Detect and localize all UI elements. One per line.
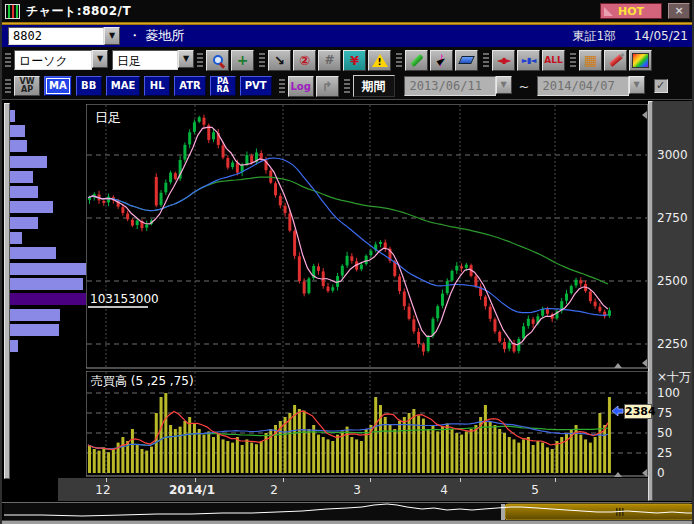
month-label: 3 [353, 483, 361, 497]
poc-volume-label: 103153000 [90, 292, 159, 306]
shrink-bars-button[interactable]: ►▮◄ [517, 50, 540, 71]
grid-disabled-button[interactable]: # [318, 50, 341, 71]
indicator-button-para[interactable]: PARA [210, 76, 236, 96]
chart-window: チャート:8802/T HOT × ▼ ・ 菱地所 東証1部 14/05/21 … [0, 0, 694, 524]
volume-tick-label: 75 [657, 406, 672, 420]
expand-candle-icon: ◄▮► [497, 56, 511, 65]
volume-profile-bar [10, 278, 83, 290]
draw-pen-button[interactable] [405, 50, 428, 71]
volume-profile-bar [10, 232, 22, 244]
toolbar-grip[interactable] [5, 77, 11, 95]
toolbar-grip[interactable] [197, 51, 203, 69]
title-bar[interactable]: チャート:8802/T HOT × [2, 0, 694, 22]
period-from-dropdown-icon[interactable]: ▼ [496, 76, 512, 94]
app-chart-icon [5, 4, 20, 19]
price-tick-label: 2250 [657, 337, 688, 351]
chart-type-value: ローソク [14, 50, 92, 70]
toolbar-grip[interactable] [570, 51, 576, 69]
indicator-button-vwap[interactable]: VWAP [14, 76, 40, 96]
eraser-button[interactable] [455, 50, 478, 71]
panel-resize-arrow-icon[interactable] [614, 363, 622, 368]
toolbar-indicators: VWAPMABBMAEHLATRPARAPVT Log ↱ 期間 2013/06… [2, 73, 694, 100]
redo-button[interactable]: ↱ [316, 76, 339, 97]
period-from-value: 2013/06/11 [404, 76, 496, 96]
volume-tick-label: 50 [657, 426, 672, 440]
toolbar-grip[interactable] [5, 51, 11, 69]
market-label: 東証1部 [572, 28, 616, 45]
quote-bar: ▼ ・ 菱地所 東証1部 14/05/21 [2, 25, 694, 47]
net-icon: ▦ [584, 52, 597, 68]
show-all-button[interactable]: ALL [542, 50, 565, 71]
panel-resize-arrow-icon[interactable] [642, 111, 647, 119]
month-tick [555, 478, 556, 482]
month-tick [283, 478, 284, 482]
trendline-icon: ↘ [274, 53, 285, 68]
month-tick [106, 478, 107, 482]
period-button[interactable]: 期間 [353, 75, 395, 97]
chart-region: 日足103153000 売買高 (5 ,25 ,75) 122014/12345… [2, 101, 694, 524]
yen-scale-button[interactable]: ¥ [343, 50, 366, 71]
period-to-value: 2014/04/07 [537, 76, 629, 96]
period-separator: ~ [519, 79, 530, 94]
volume-tick-label: 100 [657, 386, 680, 400]
volume-profile-bar [10, 186, 38, 198]
period-from-combo[interactable]: 2013/06/11 ▼ [404, 76, 512, 96]
log-scale-button[interactable]: Log [288, 76, 314, 97]
last-price-tag: 2384 [624, 404, 652, 419]
toolbar-grip[interactable] [344, 77, 350, 95]
color-settings-button[interactable] [629, 50, 652, 71]
volume-profile-bar [10, 247, 56, 259]
toolbar-grip[interactable] [279, 77, 285, 95]
crosshair-grid-button[interactable]: + [231, 50, 254, 71]
rainbow-icon [632, 53, 649, 68]
x-axis-strip: 122014/12345 [58, 478, 648, 501]
expand-bars-button[interactable]: ◄▮► [492, 50, 515, 71]
navigator-strip[interactable] [4, 503, 694, 521]
indicator-button-mae[interactable]: MAE [106, 76, 141, 96]
toolbar-grip[interactable] [259, 51, 265, 69]
timeframe-dropdown-icon[interactable]: ▼ [178, 50, 194, 68]
period-to-combo[interactable]: 2014/04/07 ▼ [537, 76, 645, 96]
net-grid-button[interactable]: ▦ [579, 50, 602, 71]
timeframe-combo[interactable]: 日足 ▼ [112, 50, 194, 70]
volume-profile-poc-bar [10, 293, 87, 305]
timeframe-value: 日足 [112, 50, 178, 70]
panel-resize-arrow-icon[interactable] [642, 469, 647, 477]
grid-disabled-icon: # [324, 53, 334, 67]
period-checkbox[interactable]: ✓ [654, 79, 668, 93]
indicator-button-ma[interactable]: MA [44, 76, 72, 96]
symbol-combo[interactable]: ▼ [8, 27, 120, 45]
chart-type-dropdown-icon[interactable]: ▼ [92, 50, 108, 68]
month-tick [370, 478, 371, 482]
hot-button[interactable]: HOT [600, 3, 662, 19]
month-label: 12 [95, 483, 110, 497]
volume-tick-label: 0 [657, 466, 665, 480]
symbol-dropdown-icon[interactable]: ▼ [104, 27, 120, 45]
symbol-input[interactable] [8, 27, 104, 45]
trendline-button[interactable]: ↘ [268, 50, 291, 71]
indicator-button-bb[interactable]: BB [76, 76, 102, 96]
panel-resize-arrow-icon[interactable] [614, 472, 622, 477]
toolbar-grip[interactable] [396, 51, 402, 69]
select-mode-button[interactable]: ► [430, 50, 453, 71]
indicator-button-atr[interactable]: ATR [174, 76, 205, 96]
chart-type-combo[interactable]: ローソク ▼ [14, 50, 108, 70]
close-button[interactable]: × [668, 3, 690, 19]
month-tick [195, 478, 196, 482]
zoom-button[interactable] [206, 50, 229, 71]
period-to-dropdown-icon[interactable]: ▼ [629, 76, 645, 94]
indicator-button-pvt[interactable]: PVT [240, 76, 272, 96]
clear-tool-button[interactable] [604, 50, 627, 71]
price-arrow-icon [611, 405, 624, 417]
warning-icon: ! [372, 54, 388, 67]
crosshair-icon: + [237, 52, 249, 68]
circled-2-button[interactable]: ② [293, 50, 316, 71]
price-chart[interactable]: 日足103153000 [86, 104, 649, 369]
indicator-button-hl[interactable]: HL [144, 76, 170, 96]
volume-chart[interactable]: 売買高 (5 ,25 ,75) [86, 371, 649, 477]
alert-button[interactable]: ! [368, 50, 391, 71]
toolbar-grip[interactable] [483, 51, 489, 69]
volume-profile-bar [10, 340, 18, 352]
panel-resize-arrow-icon[interactable] [642, 359, 647, 367]
red-stick-icon [609, 54, 623, 67]
